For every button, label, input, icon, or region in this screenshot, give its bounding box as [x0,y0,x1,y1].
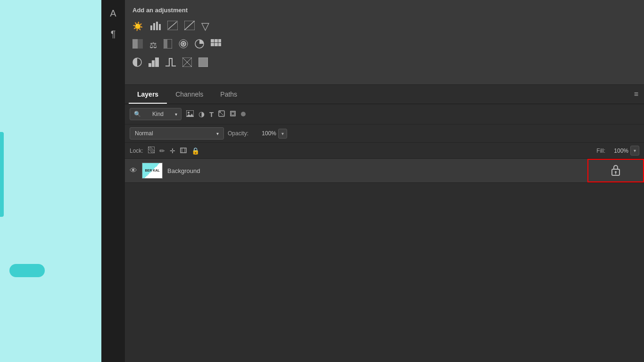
image-filter-icon[interactable] [186,110,194,118]
adjustment-row-2: ⚖ [132,39,636,51]
svg-rect-1 [153,23,155,30]
fill-value: 100% [607,148,628,154]
svg-rect-27 [198,58,208,67]
toolbar-strip: A ¶ [101,0,125,362]
opacity-label: Opacity: [228,130,248,137]
svg-rect-2 [156,22,158,30]
exposure-icon[interactable] [184,21,195,33]
svg-rect-11 [164,40,167,48]
blend-mode-row: Normal ▾ Opacity: 100% ▾ [125,124,644,143]
svg-point-29 [188,112,190,114]
svg-rect-21 [218,43,221,46]
curves-icon[interactable] [167,21,178,33]
lock-icons-group: ✏ ✛ 🔒 [148,147,199,155]
fill-dropdown[interactable]: ▾ [630,146,639,156]
photo-filter-icon[interactable] [195,39,204,51]
svg-point-13 [181,41,186,47]
adjustment-row-3 [132,58,636,69]
hue-saturation-icon[interactable]: ⚖ [149,40,157,50]
tab-layers[interactable]: Layers [129,85,167,104]
svg-rect-34 [231,112,234,115]
kind-filter-select[interactable]: 🔍 Kind ▾ [130,108,182,120]
adjustment-row-1: ☀️ ▽ [132,20,636,33]
tab-channels[interactable]: Channels [167,85,212,104]
svg-line-7 [184,21,195,30]
kind-label: Kind [152,111,164,117]
adjustment-title: Add an adjustment [132,7,636,14]
svg-rect-3 [159,24,161,30]
smart-filter-icon[interactable] [230,110,236,118]
filter-active-dot [241,112,246,116]
layer-item-background[interactable]: 👁 BER KAL Background [125,159,644,183]
lock-position-icon[interactable]: ✛ [170,147,175,155]
svg-rect-9 [138,39,143,49]
lock-row: Lock: ✏ ✛ 🔒 Fill: 100% ▾ [125,143,644,159]
levels-icon[interactable] [149,21,161,33]
layer-lock-badge [587,159,644,182]
black-white-icon[interactable] [179,39,188,51]
adjustment-filter-icon[interactable]: ◑ [198,110,205,118]
layer-thumbnail-content: BER KAL [142,163,162,178]
lock-all-icon[interactable]: 🔒 [191,147,199,155]
svg-line-36 [148,147,155,153]
lock-label: Lock: [130,148,143,154]
threshold-icon[interactable] [165,58,176,69]
posterize-icon[interactable] [149,58,159,69]
svg-rect-16 [211,39,214,42]
selective-color-icon[interactable] [182,58,192,69]
fill-group: Fill: 100% ▾ [596,146,639,156]
color-balance-icon[interactable] [164,39,172,51]
panel-menu-icon[interactable]: ≡ [634,90,638,99]
shape-filter-icon[interactable] [218,110,225,118]
fill-label: Fill: [596,148,605,154]
opacity-dropdown[interactable]: ▾ [278,129,287,139]
layer-name: Background [167,167,639,174]
type-tool-button[interactable]: A [105,5,122,22]
blend-mode-select[interactable]: Normal ▾ [130,127,224,140]
lock-image-pixels-icon[interactable]: ✏ [159,147,165,155]
search-icon: 🔍 [134,111,141,117]
canvas-shape-pill [9,264,45,277]
tab-paths[interactable]: Paths [212,85,246,104]
lock-transparent-icon[interactable] [148,147,155,155]
tabs-bar: Layers Channels Paths ≡ [125,85,644,104]
layer-thumbnail: BER KAL [142,163,163,179]
blend-mode-value: Normal [135,130,153,137]
svg-rect-18 [218,39,221,42]
gradient-map-icon[interactable]: ▽ [201,20,209,33]
layer-list: 👁 BER KAL Background [125,159,644,362]
svg-line-32 [220,112,223,115]
opacity-group: Opacity: 100% ▾ [228,129,287,139]
layer-locked-icon [611,164,621,178]
canvas-area [0,0,101,362]
svg-rect-25 [155,58,159,67]
solid-color-icon[interactable] [198,58,208,69]
layer-visibility-toggle[interactable]: 👁 [130,166,137,175]
invert-icon[interactable] [132,58,142,69]
channel-mixer-icon[interactable] [211,39,221,51]
paragraph-tool-button[interactable]: ¶ [105,25,122,42]
right-panel: Add an adjustment ☀️ ▽ ⚖ [125,0,644,362]
svg-rect-8 [132,39,138,49]
blend-mode-arrow: ▾ [216,131,219,136]
opacity-value: 100% [250,130,276,137]
type-filter-icon[interactable]: T [209,110,214,118]
kind-dropdown-arrow: ▾ [175,112,177,117]
brightness-contrast-icon[interactable]: ☀️ [132,21,143,32]
svg-rect-19 [211,43,214,46]
lock-artboard-icon[interactable] [180,147,187,155]
adjustment-section: Add an adjustment ☀️ ▽ ⚖ [125,0,644,85]
svg-rect-17 [215,39,218,42]
layers-panel: Layers Channels Paths ≡ 🔍 Kind ▾ ◑ T [125,85,644,362]
canvas-shape-bar [0,132,4,217]
svg-rect-0 [150,25,152,30]
kind-filter-row: 🔍 Kind ▾ ◑ T [125,104,644,124]
svg-rect-39 [181,148,186,153]
svg-point-43 [615,171,617,173]
svg-rect-20 [215,43,218,46]
vibrance-icon[interactable] [132,39,143,51]
filter-icons-group: ◑ T [186,110,246,118]
svg-rect-23 [149,63,151,67]
svg-rect-24 [152,60,155,67]
